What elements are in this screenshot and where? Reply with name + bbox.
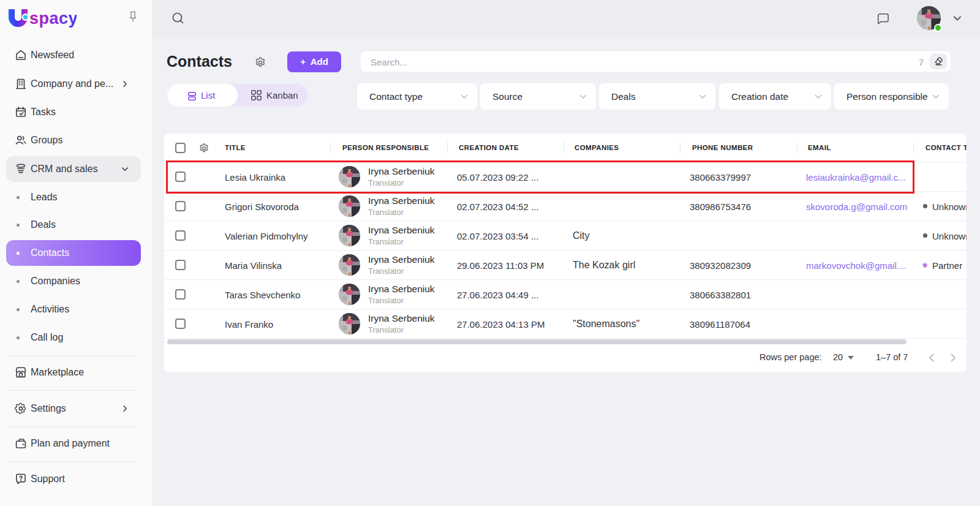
svg-text:spacy: spacy — [29, 9, 77, 28]
